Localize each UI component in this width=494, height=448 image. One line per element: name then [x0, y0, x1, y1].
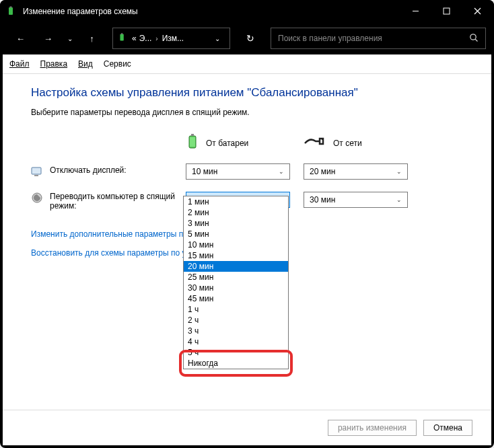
dropdown-item[interactable]: 15 мин [184, 250, 288, 261]
back-button[interactable]: ← [8, 26, 33, 51]
dropdown-item[interactable]: 1 ч [184, 304, 288, 315]
battery-icon [186, 133, 199, 153]
save-button[interactable]: ранить изменения [328, 420, 417, 436]
sleep-plugged-dropdown[interactable]: 30 мин⌄ [304, 192, 408, 208]
sleep-icon [31, 192, 43, 204]
power-options-icon [117, 32, 129, 44]
search-placeholder: Поиск в панели управления [278, 34, 469, 43]
dropdown-item[interactable]: Никогда [184, 358, 288, 369]
cancel-button[interactable]: Отмена [423, 420, 472, 436]
svg-rect-7 [121, 33, 123, 34]
chevron-down-icon: ⌄ [396, 168, 402, 175]
power-options-icon [5, 5, 17, 17]
svg-rect-0 [9, 7, 13, 15]
breadcrumb-prefix: « [132, 34, 137, 43]
column-battery-label: От батареи [206, 139, 248, 148]
dropdown-item[interactable]: 30 мин [184, 283, 288, 293]
menu-edit[interactable]: Правка [40, 59, 68, 69]
breadcrumb[interactable]: « Э... › Изм... ⌄ [112, 28, 230, 49]
chevron-down-icon: ⌄ [279, 168, 284, 175]
chevron-down-icon: ⌄ [396, 196, 402, 203]
display-off-plugged-dropdown[interactable]: 20 мин⌄ [304, 163, 408, 180]
svg-rect-14 [322, 143, 323, 145]
chevron-down-icon[interactable]: ⌄ [209, 35, 225, 42]
breadcrumb-seg1[interactable]: Э... [139, 34, 152, 43]
dropdown-item[interactable]: 1 мин [184, 196, 288, 207]
dropdown-item[interactable]: 4 ч [184, 336, 288, 347]
dropdown-item[interactable]: 45 мин [184, 293, 288, 304]
close-button[interactable] [462, 0, 493, 22]
display-icon [31, 165, 43, 178]
dropdown-item[interactable]: 25 мин [184, 272, 288, 283]
svg-point-8 [470, 34, 476, 39]
refresh-button[interactable]: ↻ [238, 28, 262, 49]
row-display-off-label: Отключать дисплей: [50, 165, 127, 175]
svg-rect-3 [444, 8, 450, 14]
svg-rect-13 [322, 139, 323, 140]
dropdown-item[interactable]: 5 ч [184, 347, 288, 358]
dropdown-item[interactable]: 5 мин [184, 229, 288, 239]
menu-tools[interactable]: Сервис [104, 59, 131, 69]
svg-rect-6 [120, 34, 123, 41]
page-title: Настройка схемы управления питанием "Сба… [31, 86, 472, 100]
dropdown-item[interactable]: 2 мин [184, 207, 288, 218]
svg-rect-16 [34, 175, 38, 176]
up-button[interactable]: ↑ [79, 26, 104, 51]
menu-file[interactable]: Файл [9, 59, 30, 69]
maximize-button[interactable] [431, 0, 462, 22]
minimize-button[interactable] [400, 0, 431, 22]
search-input[interactable]: Поиск в панели управления [271, 28, 486, 49]
svg-rect-1 [10, 6, 12, 7]
dropdown-item[interactable]: 3 мин [184, 218, 288, 229]
breadcrumb-seg2[interactable]: Изм... [162, 34, 184, 43]
search-icon [469, 33, 479, 44]
recent-dropdown[interactable]: ⌄ [63, 26, 77, 51]
chevron-right-icon: › [155, 35, 157, 42]
svg-rect-15 [32, 167, 41, 174]
menu-view[interactable]: Вид [78, 59, 93, 69]
dropdown-item[interactable]: 3 ч [184, 326, 288, 336]
page-subtitle: Выберите параметры перевода дисплея в сп… [31, 108, 472, 117]
svg-rect-11 [191, 134, 194, 136]
forward-button[interactable]: → [36, 26, 61, 51]
column-plugged-label: От сети [333, 139, 362, 148]
dropdown-item[interactable]: 2 ч [184, 315, 288, 326]
svg-line-9 [475, 39, 477, 41]
row-sleep-label: Переводить компьютер в спящий режим: [50, 192, 186, 211]
sleep-battery-dropdown-list[interactable]: 1 мин2 мин3 мин5 мин10 мин15 мин20 мин25… [183, 196, 289, 369]
svg-rect-12 [190, 137, 195, 147]
display-off-battery-dropdown[interactable]: 10 мин⌄ [186, 163, 290, 180]
window-title: Изменение параметров схемы [23, 7, 400, 16]
plug-icon [304, 136, 326, 150]
dropdown-item[interactable]: 20 мин [184, 261, 288, 272]
dropdown-item[interactable]: 10 мин [184, 239, 288, 250]
